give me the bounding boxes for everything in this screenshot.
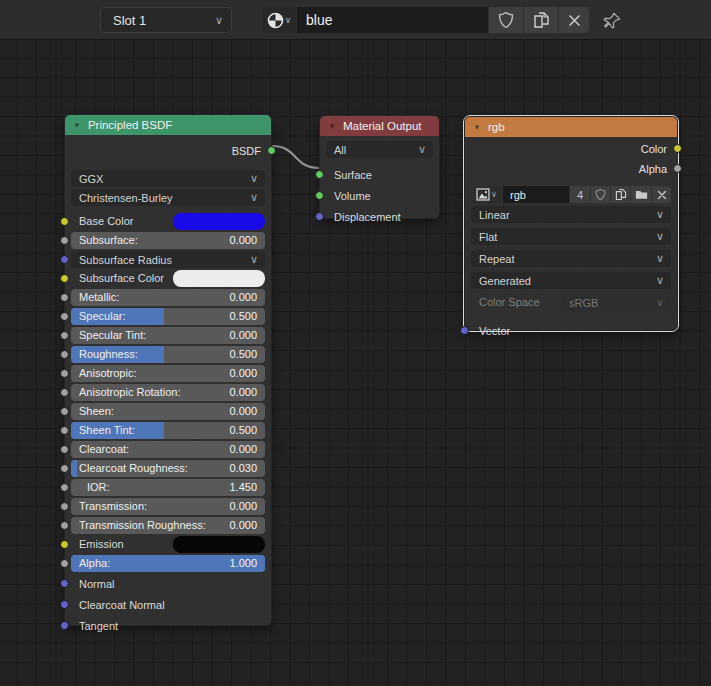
source-dropdown[interactable]: Generated ∨ — [471, 272, 671, 289]
users-count-button[interactable]: 4 — [570, 186, 590, 203]
socket-bsdf-output[interactable] — [267, 146, 276, 155]
ior-slider[interactable]: IOR:1.450 — [71, 479, 265, 496]
extension-dropdown[interactable]: Repeat ∨ — [471, 250, 671, 267]
target-dropdown[interactable]: All ∨ — [326, 141, 433, 158]
row-source: Generated ∨ — [465, 272, 677, 289]
material-browse-button[interactable]: ∨ — [262, 7, 296, 33]
slider-label: Alpha: — [79, 557, 110, 569]
image-browse-button[interactable]: ∨ — [471, 186, 502, 203]
image-single-user-button[interactable] — [611, 186, 630, 203]
new-material-button[interactable] — [524, 7, 558, 33]
slider-label: Transmission Roughness: — [79, 519, 206, 531]
socket-vector-input[interactable] — [460, 326, 469, 335]
node-header-rgb[interactable]: ▼ rgb — [465, 117, 677, 137]
socket-metallic-input[interactable] — [60, 293, 69, 302]
node-title: Material Output — [343, 120, 422, 132]
base-color-swatch[interactable] — [173, 213, 265, 230]
row-specular: Specular:0.500 — [65, 308, 271, 325]
anisotropic-slider[interactable]: Anisotropic:0.000 — [71, 365, 265, 382]
chevron-down-icon: ∨ — [656, 231, 664, 242]
socket-clearcoat-input[interactable] — [60, 445, 69, 454]
socket-alpha-input[interactable] — [60, 559, 69, 568]
slot-selector[interactable]: Slot 1 ∨ — [100, 7, 232, 33]
color-space-dropdown[interactable]: sRGB ∨ — [561, 294, 671, 311]
socket-base-color-input[interactable] — [60, 217, 69, 226]
socket-anisotropic-rotation-input[interactable] — [60, 388, 69, 397]
socket-displacement-input[interactable] — [315, 212, 324, 221]
subsurface-method-dropdown[interactable]: Christensen-Burley ∨ — [71, 189, 265, 206]
socket-subsurface-radius-input[interactable] — [60, 255, 69, 264]
interpolation-dropdown[interactable]: Linear ∨ — [471, 206, 671, 223]
socket-volume-input[interactable] — [315, 191, 324, 200]
alpha-slider[interactable]: Alpha:1.000 — [71, 555, 265, 572]
socket-clearcoat-roughness-input[interactable] — [60, 464, 69, 473]
node-header-principled[interactable]: ▼ Principled BSDF — [65, 115, 271, 135]
node-canvas[interactable]: ▼ Principled BSDF BSDF GGX ∨ Christensen… — [0, 40, 711, 686]
collapse-triangle-icon[interactable]: ▼ — [73, 121, 81, 130]
unlink-image-button[interactable] — [652, 186, 671, 203]
socket-subsurface-color-input[interactable] — [60, 274, 69, 283]
emission-swatch[interactable] — [173, 536, 265, 553]
node-material-output[interactable]: ▼ Material Output All ∨ SurfaceVolumeDis… — [319, 115, 440, 219]
metallic-slider[interactable]: Metallic:0.000 — [71, 289, 265, 306]
slider-value: 0.000 — [229, 291, 257, 303]
node-rgb-image[interactable]: ▼ rgb Color Alpha ∨ — [464, 116, 678, 331]
socket-specular-tint-input[interactable] — [60, 331, 69, 340]
clearcoat-slider[interactable]: Clearcoat:0.000 — [71, 441, 265, 458]
socket-surface-input[interactable] — [315, 170, 324, 179]
collapse-triangle-icon[interactable]: ▼ — [473, 123, 481, 132]
image-fake-user-button[interactable] — [591, 186, 610, 203]
socket-tangent-input[interactable] — [60, 621, 69, 630]
slider-value: 0.000 — [229, 234, 257, 246]
socket-emission-input[interactable] — [60, 540, 69, 549]
anisotropic-rotation-slider[interactable]: Anisotropic Rotation:0.000 — [71, 384, 265, 401]
projection-dropdown[interactable]: Flat ∨ — [471, 228, 671, 245]
collapse-triangle-icon[interactable]: ▼ — [328, 122, 336, 131]
slider-label: Anisotropic: — [79, 367, 136, 379]
subsurface-radius-dropdown[interactable]: Subsurface Radius∨ — [71, 251, 265, 268]
socket-transmission-input[interactable] — [60, 502, 69, 511]
row-anisotropic: Anisotropic:0.000 — [65, 365, 271, 382]
material-preview-icon — [267, 12, 284, 29]
socket-roughness-input[interactable] — [60, 350, 69, 359]
copy-pages-icon — [533, 11, 550, 29]
row-vector-input: Vector — [465, 321, 677, 340]
slider-label: Anisotropic Rotation: — [79, 386, 181, 398]
specular-slider[interactable]: Specular:0.500 — [71, 308, 265, 325]
transmission-slider[interactable]: Transmission:0.000 — [71, 498, 265, 515]
socket-color-output[interactable] — [673, 144, 682, 153]
socket-anisotropic-input[interactable] — [60, 369, 69, 378]
sheen-slider[interactable]: Sheen:0.000 — [71, 403, 265, 420]
roughness-slider[interactable]: Roughness:0.500 — [71, 346, 265, 363]
socket-normal-input[interactable] — [60, 579, 69, 588]
input-label: Displacement — [334, 211, 401, 223]
subsurface-slider[interactable]: Subsurface:0.000 — [71, 232, 265, 249]
clearcoat-roughness-slider[interactable]: Clearcoat Roughness:0.030 — [71, 460, 265, 477]
socket-sheen-tint-input[interactable] — [60, 426, 69, 435]
material-name-value: blue — [306, 12, 332, 28]
specular-tint-slider[interactable]: Specular Tint:0.000 — [71, 327, 265, 344]
socket-alpha-output[interactable] — [673, 164, 682, 173]
fake-user-button[interactable] — [489, 7, 523, 33]
slider-label: Clearcoat: — [79, 443, 129, 455]
distribution-dropdown[interactable]: GGX ∨ — [71, 170, 265, 187]
socket-sheen-input[interactable] — [60, 407, 69, 416]
unlink-material-button[interactable] — [559, 7, 589, 33]
node-principled-bsdf[interactable]: ▼ Principled BSDF BSDF GGX ∨ Christensen… — [64, 114, 272, 626]
row-base-color: Base Color — [65, 213, 271, 230]
input-label: Surface — [334, 169, 372, 181]
pin-button[interactable] — [600, 9, 624, 33]
socket-clearcoat-normal-input[interactable] — [60, 600, 69, 609]
socket-subsurface-input[interactable] — [60, 236, 69, 245]
node-header-material-output[interactable]: ▼ Material Output — [320, 116, 439, 136]
sheen-tint-slider[interactable]: Sheen Tint:0.500 — [71, 422, 265, 439]
material-name-input[interactable]: blue — [297, 7, 488, 33]
open-image-button[interactable] — [631, 186, 651, 203]
transmission-roughness-slider[interactable]: Transmission Roughness:0.000 — [71, 517, 265, 534]
socket-transmission-roughness-input[interactable] — [60, 521, 69, 530]
socket-ior-input[interactable] — [60, 483, 69, 492]
row-projection: Flat ∨ — [465, 228, 677, 245]
socket-specular-input[interactable] — [60, 312, 69, 321]
image-name-input[interactable]: rgb — [503, 186, 569, 203]
subsurface-color-swatch[interactable] — [173, 270, 265, 287]
